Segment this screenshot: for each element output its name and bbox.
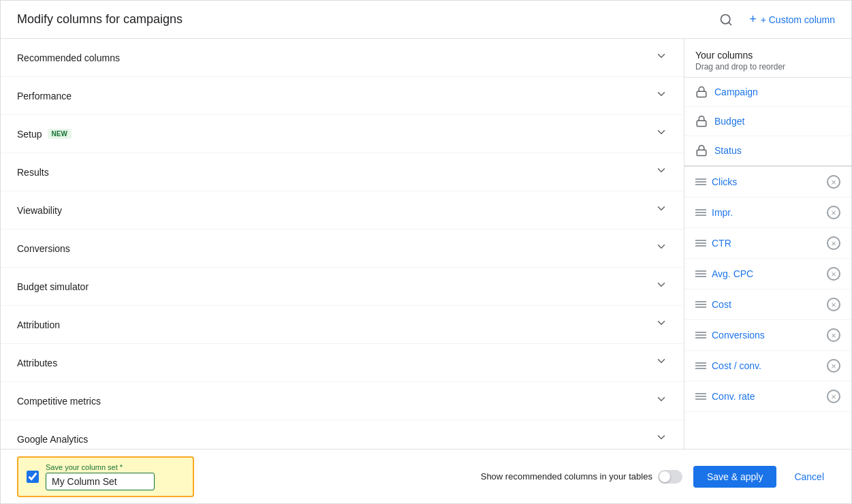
search-button[interactable] — [714, 7, 738, 32]
chevron-down-icon — [655, 202, 667, 218]
drag-handle-icon — [695, 301, 706, 308]
section-item[interactable]: Results — [1, 153, 684, 191]
chevron-down-icon — [655, 279, 667, 294]
section-label: Performance — [17, 91, 72, 101]
drag-handle-icon — [695, 393, 706, 400]
remove-column-button[interactable]: × — [827, 175, 840, 189]
show-recommended-toggle[interactable] — [658, 470, 682, 484]
right-panel: Your columns Drag and drop to reorder Ca… — [684, 39, 851, 449]
section-label-text: Attribution — [17, 319, 60, 330]
header-actions: + + Custom column — [714, 7, 835, 32]
drag-handle-icon — [695, 178, 706, 185]
locked-column-name: Budget — [714, 116, 744, 127]
section-item[interactable]: Competitive metrics — [1, 382, 684, 420]
section-label-text: Recommended columns — [17, 52, 120, 63]
section-label: SetupNEW — [17, 129, 72, 140]
remove-column-button[interactable]: × — [827, 236, 840, 250]
svg-rect-3 — [697, 121, 706, 126]
toggle-knob — [659, 471, 670, 482]
locked-column-name: Campaign — [714, 86, 758, 97]
section-item[interactable]: Attribution — [1, 306, 684, 344]
locked-column: Budget — [684, 107, 851, 136]
modal-footer: Save your column set * Show recommended … — [1, 449, 851, 503]
chevron-down-icon — [655, 240, 667, 256]
drag-handle-icon — [695, 362, 706, 369]
column-name: CTR — [712, 238, 821, 249]
locked-column: Status — [684, 136, 851, 166]
section-item[interactable]: Attributes — [1, 344, 684, 382]
section-label: Viewability — [17, 205, 62, 216]
locked-column-name: Status — [714, 145, 742, 156]
show-recommended-area: Show recommended columns in your tables — [481, 470, 682, 484]
columns-list: Campaign Budget Status Clicks × — [684, 78, 851, 449]
draggable-column: Cost / conv. × — [684, 351, 851, 381]
your-columns-title: Your columns — [695, 50, 840, 61]
chevron-down-icon — [655, 88, 667, 104]
section-label: Google Analytics — [17, 434, 88, 445]
remove-column-button[interactable]: × — [827, 267, 840, 281]
footer-right: Show recommended columns in your tables … — [481, 466, 835, 488]
save-column-checkbox[interactable] — [27, 471, 39, 483]
section-item[interactable]: Conversions — [1, 230, 684, 268]
section-label-text: Results — [17, 167, 49, 178]
section-label-text: Attributes — [17, 358, 57, 368]
remove-column-button[interactable]: × — [827, 298, 840, 311]
lock-icon — [695, 115, 708, 127]
modal-title: Modify columns for campaigns — [17, 12, 183, 27]
remove-icon: × — [827, 267, 840, 281]
remove-icon: × — [827, 298, 840, 311]
cancel-button[interactable]: Cancel — [783, 466, 835, 488]
section-item[interactable]: Performance — [1, 77, 684, 115]
section-label: Attributes — [17, 358, 57, 368]
remove-icon: × — [827, 206, 840, 219]
chevron-down-icon — [655, 317, 667, 332]
column-name: Cost — [712, 299, 821, 310]
draggable-column: Conv. rate × — [684, 381, 851, 412]
chevron-down-icon — [655, 355, 667, 371]
column-name: Impr. — [712, 207, 821, 218]
locked-column: Campaign — [684, 78, 851, 107]
section-label: Competitive metrics — [17, 396, 101, 407]
column-name: Clicks — [712, 176, 821, 187]
draggable-column: Conversions × — [684, 320, 851, 351]
lock-icon — [695, 86, 708, 98]
section-label: Attribution — [17, 319, 60, 330]
section-item[interactable]: Recommended columns — [1, 39, 684, 77]
save-column-input[interactable] — [46, 473, 155, 490]
save-apply-button[interactable]: Save & apply — [693, 466, 777, 488]
section-item[interactable]: SetupNEW — [1, 115, 684, 153]
remove-column-button[interactable]: × — [827, 359, 840, 373]
section-label-text: Conversions — [17, 243, 70, 254]
section-label: Conversions — [17, 243, 70, 254]
section-item[interactable]: Budget simulator — [1, 268, 684, 306]
column-name: Conversions — [712, 330, 821, 341]
remove-column-button[interactable]: × — [827, 206, 840, 219]
section-item[interactable]: Viewability — [1, 191, 684, 230]
show-recommended-label: Show recommended columns in your tables — [481, 471, 652, 482]
section-item[interactable]: Google Analytics — [1, 420, 684, 449]
remove-icon: × — [827, 390, 840, 403]
draggable-column: Avg. CPC × — [684, 259, 851, 289]
draggable-column: CTR × — [684, 228, 851, 259]
chevron-down-icon — [655, 50, 667, 65]
drag-handle-icon — [695, 209, 706, 216]
custom-column-button[interactable]: + + Custom column — [749, 12, 835, 27]
column-name: Avg. CPC — [712, 268, 821, 279]
remove-column-button[interactable]: × — [827, 390, 840, 403]
modal-header: Modify columns for campaigns + + Custom … — [1, 1, 851, 39]
remove-icon: × — [827, 359, 840, 373]
section-label-text: Viewability — [17, 205, 62, 216]
section-label: Results — [17, 167, 49, 178]
section-label-text: Budget simulator — [17, 281, 89, 292]
search-icon — [719, 13, 733, 27]
modal-content: Recommended columnsPerformanceSetupNEWRe… — [1, 39, 851, 449]
modify-columns-modal: Modify columns for campaigns + + Custom … — [0, 0, 852, 504]
remove-column-button[interactable]: × — [827, 328, 840, 342]
draggable-column: Impr. × — [684, 198, 851, 228]
drag-hint: Drag and drop to reorder — [695, 62, 840, 72]
section-label-text: Google Analytics — [17, 434, 88, 445]
chevron-down-icon — [655, 164, 667, 180]
column-name: Cost / conv. — [712, 360, 821, 371]
remove-icon: × — [827, 236, 840, 250]
chevron-down-icon — [655, 431, 667, 447]
